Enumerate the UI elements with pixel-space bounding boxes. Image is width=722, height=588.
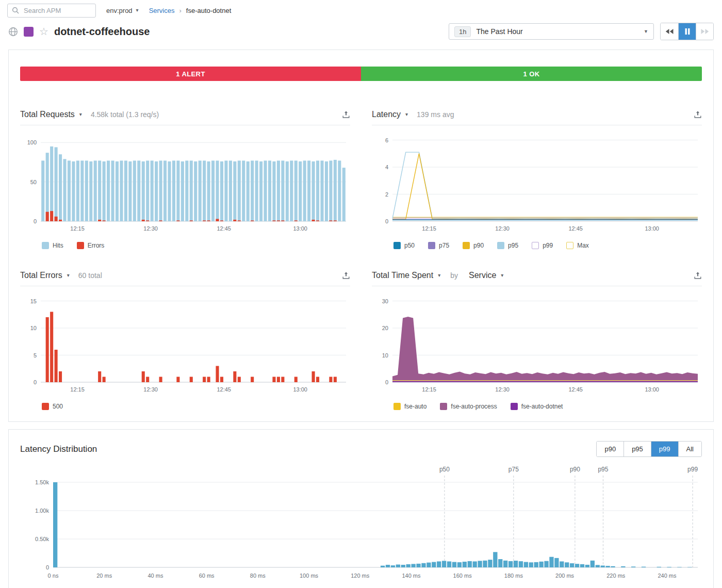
svg-text:200 ms: 200 ms	[555, 573, 575, 579]
legend-item-fse-auto-dotnet[interactable]: fse-auto-dotnet	[511, 403, 563, 410]
svg-text:6: 6	[385, 137, 388, 143]
svg-text:120 ms: 120 ms	[351, 573, 370, 579]
chevron-down-icon[interactable]: ▾	[79, 112, 82, 117]
svg-text:100: 100	[27, 139, 37, 145]
svg-text:13:00: 13:00	[645, 386, 659, 393]
svg-text:13:00: 13:00	[293, 225, 307, 232]
legend-item-Max[interactable]: Max	[566, 242, 589, 249]
svg-text:40 ms: 40 ms	[147, 573, 163, 579]
total-errors-summary: 60 total	[78, 271, 102, 280]
fast-forward-button[interactable]	[696, 23, 713, 40]
svg-text:4: 4	[385, 164, 388, 170]
svg-text:1.50k: 1.50k	[35, 479, 49, 485]
p95-button[interactable]: p95	[623, 442, 651, 456]
chevron-down-icon[interactable]: ▾	[501, 273, 503, 278]
svg-text:140 ms: 140 ms	[402, 573, 421, 579]
topbar: env:prod ▾ Services › fse-auto-dotnet	[0, 0, 722, 21]
svg-text:13:00: 13:00	[293, 386, 307, 393]
svg-text:12:30: 12:30	[495, 225, 510, 232]
svg-text:10: 10	[30, 325, 37, 331]
breadcrumb-separator-icon: ›	[179, 7, 181, 14]
total-requests-legend: HitsErrors	[20, 238, 350, 249]
export-icon[interactable]	[342, 110, 350, 119]
svg-text:5: 5	[34, 352, 37, 358]
time-range-short: 1h	[454, 26, 471, 37]
legend-item-p75[interactable]: p75	[428, 242, 449, 249]
globe-icon	[8, 27, 18, 37]
svg-text:12:45: 12:45	[568, 225, 583, 232]
latency-summary: 139 ms avg	[417, 110, 454, 119]
svg-text:180 ms: 180 ms	[504, 573, 523, 579]
svg-text:12:15: 12:15	[70, 386, 85, 393]
p90-button[interactable]: p90	[597, 442, 623, 456]
legend-item-p99[interactable]: p99	[532, 242, 553, 249]
export-icon[interactable]	[694, 271, 702, 280]
svg-text:0.50k: 0.50k	[35, 536, 49, 542]
rewind-button[interactable]	[661, 23, 678, 40]
svg-text:0 ns: 0 ns	[48, 573, 59, 579]
time-spent-chart: 010203012:1512:3012:4513:00	[372, 290, 702, 399]
service-overview-panel: 1 ALERT 1 OK Total Requests ▾ 4.58k tota…	[8, 50, 714, 422]
latency-distribution-title: Latency Distribution	[20, 444, 97, 454]
breadcrumb-current: fse-auto-dotnet	[186, 7, 231, 14]
legend-item-p50[interactable]: p50	[393, 242, 415, 249]
svg-text:p95: p95	[598, 466, 608, 473]
legend-item-Hits[interactable]: Hits	[42, 242, 63, 249]
chevron-down-icon[interactable]: ▾	[438, 273, 440, 278]
export-icon[interactable]	[342, 271, 350, 280]
svg-text:12:15: 12:15	[422, 386, 436, 393]
status-ok[interactable]: 1 OK	[361, 67, 702, 81]
svg-text:12:30: 12:30	[143, 225, 158, 232]
breadcrumb: Services › fse-auto-dotnet	[149, 7, 232, 14]
svg-text:30: 30	[382, 298, 388, 304]
chevron-down-icon[interactable]: ▾	[405, 112, 408, 117]
pause-button[interactable]	[678, 23, 696, 40]
svg-text:160 ms: 160 ms	[453, 573, 472, 579]
legend-item-fse-auto-process[interactable]: fse-auto-process	[440, 403, 497, 410]
export-icon[interactable]	[694, 110, 702, 119]
favorite-star-icon[interactable]: ☆	[39, 26, 48, 37]
svg-text:12:45: 12:45	[568, 386, 583, 393]
breadcrumb-services-link[interactable]: Services	[149, 7, 175, 14]
svg-text:0: 0	[385, 218, 388, 224]
chevron-down-icon[interactable]: ▾	[67, 273, 70, 278]
env-filter-dropdown[interactable]: env:prod ▾	[106, 7, 139, 14]
time-range-label: The Past Hour	[476, 27, 522, 36]
svg-text:2: 2	[385, 191, 388, 198]
total-errors-panel: Total Errors ▾ 60 total 05101512:1512:30…	[20, 271, 350, 410]
time-spent-by-label: by	[450, 271, 458, 280]
latency-distribution-chart: 00.50k1.00k1.50k0 ns20 ms40 ms60 ms80 ms…	[20, 460, 702, 585]
p99-button[interactable]: p99	[651, 442, 678, 456]
svg-text:12:15: 12:15	[70, 225, 85, 232]
status-alert[interactable]: 1 ALERT	[20, 67, 361, 81]
latency-distribution-panel: Latency Distribution p90 p95 p99 All 00.…	[8, 429, 714, 588]
legend-item-p90[interactable]: p90	[463, 242, 484, 249]
svg-text:15: 15	[30, 298, 37, 304]
search-box[interactable]	[7, 4, 96, 18]
svg-text:0: 0	[34, 379, 37, 385]
latency-chart: 024612:1512:3012:4513:00	[372, 129, 702, 238]
svg-text:10: 10	[382, 352, 388, 358]
search-icon	[12, 7, 19, 14]
playback-controls	[660, 23, 714, 40]
search-input[interactable]	[23, 6, 91, 15]
total-errors-title: Total Errors	[20, 271, 62, 280]
time-spent-legend: fse-autofse-auto-processfse-auto-dotnet	[372, 399, 702, 410]
svg-text:80 ms: 80 ms	[250, 573, 266, 579]
time-range-selector[interactable]: 1h The Past Hour ▼	[449, 23, 654, 40]
svg-text:p99: p99	[687, 466, 698, 473]
all-button[interactable]: All	[678, 442, 701, 456]
svg-text:100 ms: 100 ms	[300, 573, 319, 579]
svg-text:50: 50	[30, 179, 37, 185]
page-header: ☆ dotnet-coffeehouse 1h The Past Hour ▼	[0, 21, 722, 46]
time-spent-groupby: Service	[469, 271, 496, 280]
svg-text:220 ms: 220 ms	[606, 573, 626, 579]
legend-item-fse-auto[interactable]: fse-auto	[393, 403, 426, 410]
legend-item-p95[interactable]: p95	[497, 242, 518, 249]
svg-text:12:30: 12:30	[495, 386, 510, 393]
svg-text:p75: p75	[508, 466, 519, 473]
legend-item-500[interactable]: 500	[42, 403, 63, 410]
legend-item-Errors[interactable]: Errors	[77, 242, 105, 249]
total-errors-legend: 500	[20, 399, 350, 410]
service-color-swatch	[24, 27, 34, 37]
